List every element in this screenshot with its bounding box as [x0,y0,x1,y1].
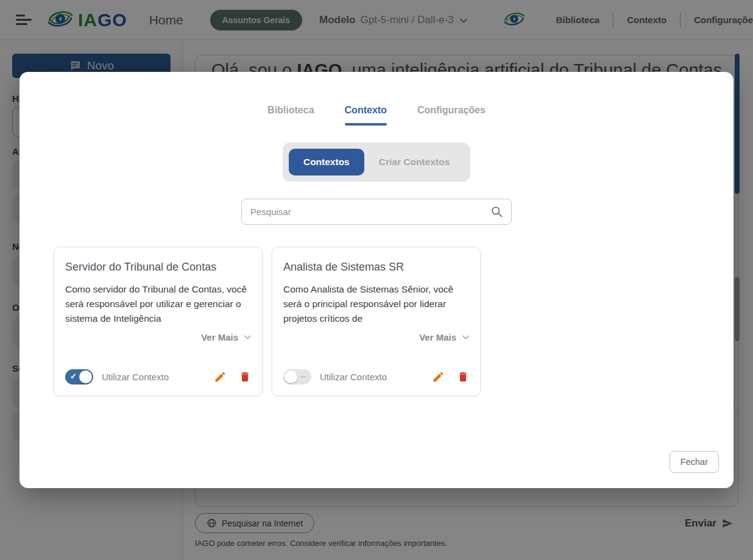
use-context-toggle[interactable]: ✓ [283,369,311,385]
use-context-label: Utilizar Contexto [102,372,169,382]
chevron-down-icon [244,335,251,339]
segment-criar-contextos[interactable]: Criar Contextos [364,149,464,175]
tab-label: Biblioteca [267,105,314,115]
close-modal-button[interactable]: Fechar [670,451,719,473]
context-search [241,199,512,225]
context-card-footer: ✓ Utilizar Contexto [65,369,251,385]
ver-mais-label: Ver Mais [201,332,238,342]
context-search-input[interactable] [241,199,512,225]
edit-pencil-icon[interactable] [214,370,227,383]
segment-contextos[interactable]: Contextos [289,149,364,175]
ver-mais-link[interactable]: Ver Mais [283,332,469,342]
context-cards-row: Servidor do Tribunal de Contas Como serv… [54,247,481,396]
check-icon: ✓ [70,372,77,381]
delete-trash-icon[interactable] [457,370,469,383]
context-card-title: Analista de Sistemas SR [283,261,469,274]
ver-mais-label: Ver Mais [419,332,456,342]
tab-configuracoes[interactable]: Configurações [414,105,489,126]
use-context-toggle[interactable]: ✓ [65,369,93,385]
toggle-knob [79,370,92,383]
context-card-description: Como Analista de Sistemas Sênior, você s… [283,282,469,326]
tab-biblioteca[interactable]: Biblioteca [264,105,317,126]
context-card-description: Como servidor do Tribunal de Contas, voc… [65,282,251,326]
tab-contexto[interactable]: Contexto [341,105,391,126]
context-segmented-control: Contextos Criar Contextos [283,143,470,182]
dash-icon [300,376,306,378]
tab-label: Configurações [417,105,486,115]
context-card: Analista de Sistemas SR Como Analista de… [272,247,481,396]
use-context-label: Utilizar Contexto [320,372,387,382]
chevron-down-icon [462,335,469,339]
tab-label: Contexto [345,105,387,115]
modal-tabs: Biblioteca Contexto Configurações [264,105,489,126]
context-card-title: Servidor do Tribunal de Contas [65,261,251,274]
edit-pencil-icon[interactable] [432,370,445,383]
search-icon[interactable] [490,205,503,221]
card-actions [214,370,251,383]
context-modal: Biblioteca Contexto Configurações Contex… [19,72,734,488]
toggle-knob [285,370,297,383]
context-card: Servidor do Tribunal de Contas Como serv… [54,247,263,396]
card-actions [432,370,469,383]
tab-underline [417,123,486,126]
tab-underline [345,123,387,126]
delete-trash-icon[interactable] [239,370,251,383]
ver-mais-link[interactable]: Ver Mais [65,332,251,342]
tab-underline [267,123,314,126]
context-card-footer: ✓ Utilizar Contexto [283,369,469,385]
